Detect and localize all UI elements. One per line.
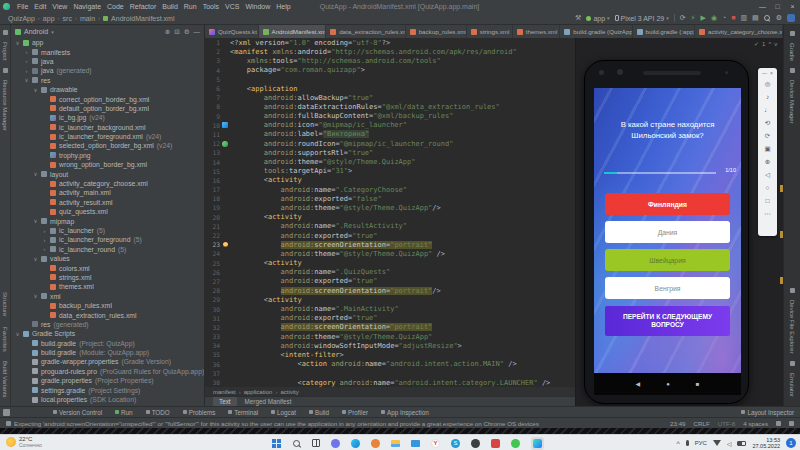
debug-icon[interactable]: ◉ (711, 13, 717, 23)
tree-row[interactable]: activity_category_choose.xml (11, 179, 204, 188)
tree-row[interactable]: ∨mipmap (11, 216, 204, 225)
lock-icon[interactable] (789, 421, 794, 426)
wifi-icon[interactable] (713, 440, 721, 446)
device-manager-icon[interactable]: ▥ (740, 13, 747, 23)
project-view-selector[interactable]: Android (24, 28, 48, 35)
tree-row[interactable]: res (generated) (11, 320, 204, 329)
tool-window-button-terminal[interactable]: Terminal (228, 409, 258, 416)
logcat-icon[interactable]: ▤ (752, 13, 759, 23)
tree-row[interactable]: ic_bg.jpg (v24) (11, 113, 204, 122)
tool-window-button-todo[interactable]: TODO (146, 409, 170, 416)
settings-icon[interactable]: ⚙ (184, 28, 190, 36)
menu-item-help[interactable]: Help (273, 3, 293, 10)
taskbar-explorer-icon[interactable] (391, 440, 400, 447)
caret-position[interactable]: 23:49 (670, 420, 685, 427)
tree-row[interactable]: ∨drawable (11, 85, 204, 94)
answer-button[interactable]: Финляндия (605, 193, 730, 215)
tree-row[interactable]: trophy.png (11, 151, 204, 160)
editor-tab[interactable]: activity_category_choose.xml× (695, 25, 783, 38)
file-encoding[interactable]: UTF-8 (718, 420, 736, 427)
editor-tab[interactable]: strings.xml× (467, 25, 513, 38)
taskbar-mail-icon[interactable] (411, 440, 420, 447)
menu-item-refactor[interactable]: Refactor (127, 3, 159, 10)
screenshot-icon[interactable]: ▣ (758, 142, 777, 155)
tool-window-switcher-icon[interactable] (3, 409, 10, 416)
tree-row[interactable]: selected_option_border_bg.xml (v24) (11, 141, 204, 150)
editor-tab[interactable]: data_extraction_rules.xml× (326, 25, 405, 38)
tool-strip-build-variants[interactable]: Build Variants (2, 361, 8, 398)
notifications-icon[interactable] (776, 421, 781, 426)
inspections-widget[interactable]: ✓ 1 ^ v (754, 40, 777, 47)
editor-tab[interactable]: themes.xml× (513, 25, 561, 38)
select-opened-file-icon[interactable]: ⊕ (165, 28, 170, 36)
taskbar-edge-icon[interactable] (351, 439, 360, 448)
editor-tab[interactable]: AndroidManifest.xml× (259, 25, 327, 38)
tree-row[interactable]: backup_rules.xml (11, 301, 204, 310)
notification-badge[interactable]: 1 (786, 438, 796, 448)
back-icon[interactable]: ◁ (758, 168, 777, 181)
maximize-icon[interactable]: □ (770, 3, 785, 10)
tree-row[interactable]: default_option_border_bg.xml (11, 104, 204, 113)
tool-window-button-logcat[interactable]: Logcat (271, 409, 296, 416)
volume-icon[interactable]: ◁ (727, 440, 732, 447)
view-tab-text[interactable]: Text (213, 397, 237, 406)
menu-item-run[interactable]: Run (181, 3, 200, 10)
taskbar-opera-icon[interactable] (371, 439, 380, 448)
battery-icon[interactable] (737, 441, 746, 446)
tree-row[interactable]: ›ic_launcher_round (5) (11, 245, 204, 254)
tool-strip-project[interactable]: Project (2, 42, 8, 61)
language-indicator[interactable]: РУС (695, 440, 707, 446)
tree-row[interactable]: ic_launcher_foreground.xml (v24) (11, 132, 204, 141)
tree-row[interactable]: ∨res (11, 76, 204, 85)
tree-row[interactable]: ›manifests (11, 47, 204, 56)
breadcrumb-item[interactable]: app (43, 15, 55, 22)
tree-row[interactable]: colors.xml (11, 263, 204, 272)
search-icon[interactable] (764, 15, 771, 22)
tree-row[interactable]: ∨app (11, 38, 204, 47)
layout-inspector-button[interactable]: Layout Inspector (741, 409, 800, 416)
tree-row[interactable]: build.gradle (Module: QuizApp.app) (11, 348, 204, 357)
close-icon[interactable]: × (785, 3, 800, 10)
rotate-right-icon[interactable]: ⟳ (758, 129, 777, 142)
tree-row[interactable]: ›ic_launcher (5) (11, 226, 204, 235)
line-separator[interactable]: CRLF (694, 420, 710, 427)
home-icon[interactable]: ○ (758, 181, 777, 194)
tree-row[interactable]: settings.gradle (Project Settings) (11, 385, 204, 394)
device-select[interactable]: Pixel 3 API 29 ▾ (615, 15, 669, 22)
taskbar-skype-icon[interactable]: S (451, 439, 460, 448)
taskbar-whatsapp-icon[interactable] (511, 439, 520, 448)
breadcrumb-item[interactable]: AndroidManifest.xml (111, 15, 174, 22)
tool-strip-device-manager[interactable]: Device Manager (789, 80, 795, 124)
tree-row[interactable]: data_extraction_rules.xml (11, 310, 204, 319)
more-icon[interactable]: ⋯ (758, 207, 777, 220)
next-arrow-icon[interactable]: v (774, 41, 777, 47)
taskbar-yandex-icon[interactable]: Y (431, 439, 440, 448)
tool-strip-gradle[interactable]: Gradle (789, 43, 795, 61)
editor-breadcrumb-item[interactable]: application (244, 389, 273, 395)
indent-setting[interactable]: 4 spaces (743, 420, 768, 427)
minimize-icon[interactable]: — (762, 70, 767, 76)
tool-strip-device-file-explorer[interactable]: Device File Explorer (789, 300, 795, 354)
tool-window-button-problems[interactable]: Problems (183, 409, 216, 416)
editor-tab[interactable]: QuizQuests.kt× (205, 25, 259, 38)
taskbar-app-red-icon[interactable] (491, 439, 500, 448)
back-icon[interactable]: ◀ (636, 381, 641, 387)
volume-up-icon[interactable]: ♪ (758, 90, 777, 103)
taskbar-start-icon[interactable] (272, 439, 281, 448)
taskbar-android-studio-icon[interactable] (531, 437, 544, 450)
tree-row[interactable]: quiz_quests.xml (11, 207, 204, 216)
tool-strip-favorites[interactable]: Favorites (2, 327, 8, 352)
tree-row[interactable]: local.properties (SDK Location) (11, 395, 204, 404)
tool-window-button-run[interactable]: Run (115, 409, 133, 416)
home-icon[interactable]: ● (666, 381, 670, 387)
editor-tab[interactable]: backup_rules.xml× (406, 25, 467, 38)
tool-window-button-app-inspection[interactable]: App Inspection (381, 409, 429, 416)
breadcrumb-item[interactable]: src (63, 15, 72, 22)
quickfix-bulb-icon[interactable] (223, 242, 228, 247)
breadcrumb-item[interactable]: main (80, 15, 95, 22)
menu-item-build[interactable]: Build (159, 3, 181, 10)
close-icon[interactable]: × (770, 70, 773, 76)
editor-breadcrumb-item[interactable]: manifest (213, 389, 236, 395)
tree-row[interactable]: activity_main.xml (11, 188, 204, 197)
run-configuration-select[interactable]: app ▾ (586, 15, 609, 22)
